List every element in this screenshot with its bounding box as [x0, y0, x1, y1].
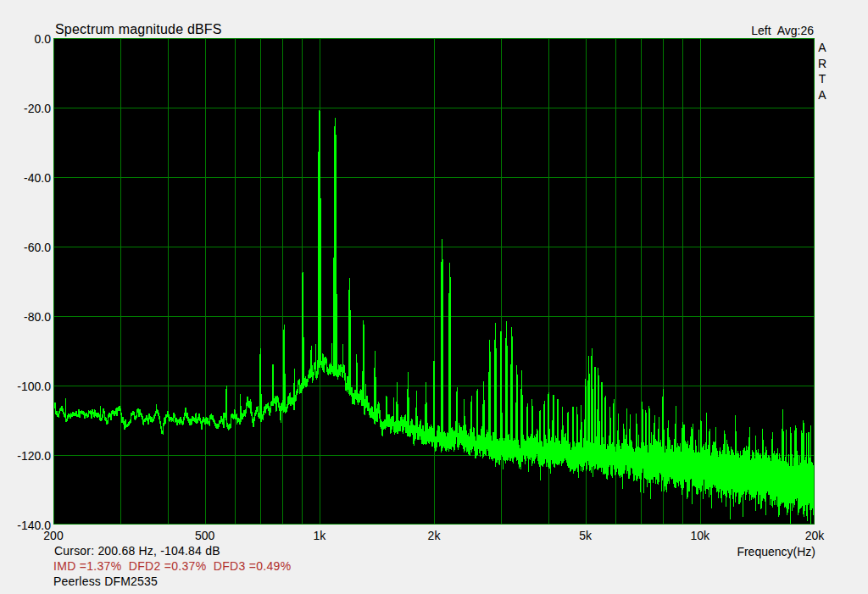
x-tick-label: 5k: [560, 529, 611, 542]
y-tick-label: 0.0: [4, 32, 51, 46]
spectrum-plot[interactable]: [53, 38, 815, 525]
distortion-readout: IMD =1.37% DFD2 =0.37% DFD3 =0.49%: [53, 559, 291, 573]
arta-logo: A R T A: [816, 40, 828, 103]
y-tick-label: -120.0: [4, 449, 51, 463]
y-tick-label: -20.0: [4, 102, 51, 115]
page-title: Spectrum magnitude dBFS: [55, 22, 222, 37]
y-tick-label: -60.0: [4, 241, 51, 254]
x-tick-label: 20k: [789, 529, 840, 542]
channel-average-label: Left Avg:26: [751, 24, 814, 37]
y-tick-label: -40.0: [4, 171, 51, 185]
x-tick-label: 200: [28, 529, 79, 542]
x-axis-title: Frequency(Hz): [737, 545, 815, 558]
y-tick-label: -100.0: [4, 380, 51, 393]
x-tick-label: 1k: [294, 529, 345, 542]
y-tick-label: -80.0: [4, 310, 51, 324]
x-tick-label: 500: [180, 529, 231, 542]
measurement-note: Peerless DFM2535: [53, 575, 158, 588]
x-tick-label: 2k: [409, 529, 459, 542]
x-tick-label: 10k: [675, 529, 726, 542]
cursor-readout: Cursor: 200.68 Hz, -104.84 dB: [54, 544, 220, 558]
